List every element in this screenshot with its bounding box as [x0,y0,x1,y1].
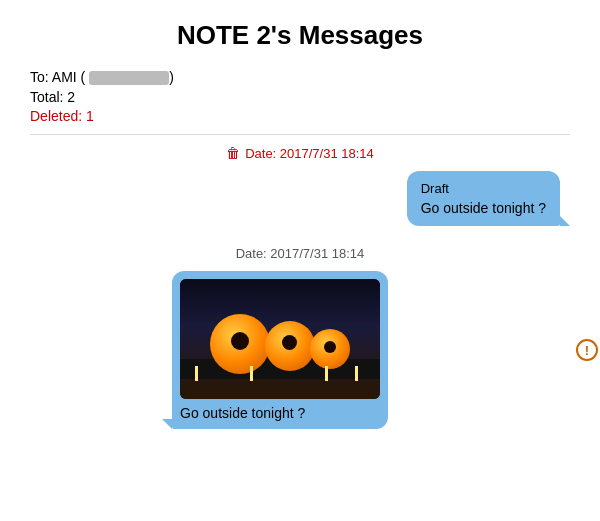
image-placeholder [180,279,380,399]
recipient-close: ) [169,69,174,85]
recipient-line: To: AMI () [30,69,570,85]
deleted-line: Deleted: 1 [30,108,570,124]
warning-icon: ! [576,339,598,361]
recipient-blur [89,71,169,85]
light-4 [355,366,358,381]
image-bubble: Go outside tonight ? [172,271,388,429]
sphere-hole-1 [231,332,249,350]
divider [30,134,570,135]
sphere-1 [210,314,270,374]
page-container: NOTE 2's Messages To: AMI () Total: 2 De… [0,0,600,459]
deleted-date-text: Date: 2017/7/31 18:14 [245,146,374,161]
draft-message-row: Draft Go outside tonight ? [30,171,570,226]
total-line: Total: 2 [30,89,570,105]
warning-symbol: ! [585,343,589,358]
light-2 [250,366,253,381]
trash-icon: 🗑 [226,145,240,161]
image-message-text: Go outside tonight ? [180,405,380,421]
draft-bubble: Draft Go outside tonight ? [407,171,560,226]
night-scene [180,279,380,399]
image-message-row: Go outside tonight ? ! [30,271,570,429]
deleted-date-label: 🗑 Date: 2017/7/31 18:14 [30,145,570,161]
light-1 [195,366,198,381]
page-title: NOTE 2's Messages [30,20,570,51]
sphere-2 [265,321,315,371]
recipient-label: To: AMI ( [30,69,85,85]
message-date-label: Date: 2017/7/31 18:14 [30,246,570,261]
draft-tag: Draft [421,181,546,196]
light-3 [325,366,328,381]
draft-message-text: Go outside tonight ? [421,200,546,216]
sphere-hole-2 [282,335,297,350]
sphere-hole-3 [324,341,336,353]
